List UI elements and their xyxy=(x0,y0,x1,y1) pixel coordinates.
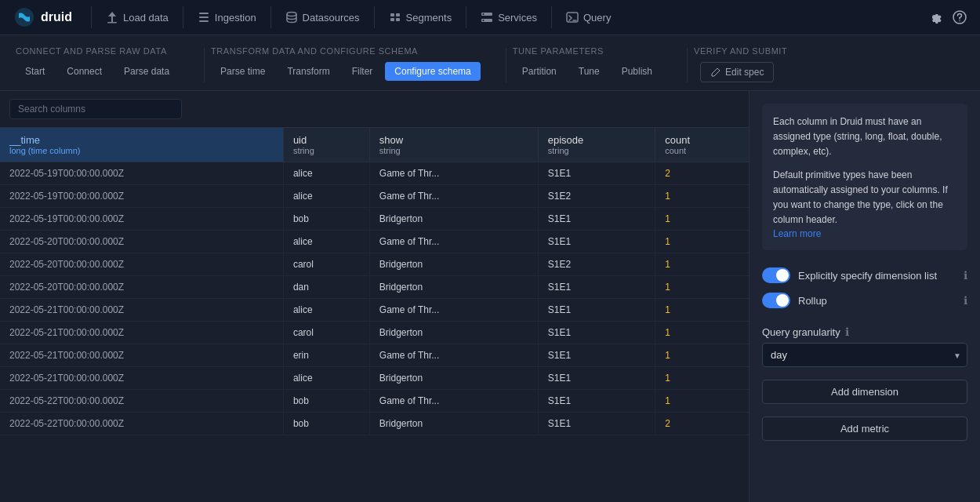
th-episode[interactable]: episode string xyxy=(538,128,655,162)
table-row: 2022-05-21T00:00:00.000ZcarolBridgertonS… xyxy=(0,322,749,344)
svg-rect-3 xyxy=(199,20,209,22)
table-cell: 2022-05-21T00:00:00.000Z xyxy=(0,299,283,322)
svg-rect-7 xyxy=(390,18,394,21)
table-cell: 1 xyxy=(655,390,749,413)
granularity-label: Query granularity xyxy=(762,326,840,338)
table-cell: S1E1 xyxy=(538,276,655,299)
granularity-select[interactable]: none second minute hour day week month q… xyxy=(762,343,967,367)
table-cell: 1 xyxy=(655,231,749,253)
help-icon xyxy=(953,10,967,24)
toggle-dimension-list[interactable] xyxy=(762,267,790,283)
table-row: 2022-05-22T00:00:00.000ZbobGame of Thr..… xyxy=(0,390,749,413)
wizard-step-parse-time[interactable]: Parse time xyxy=(211,62,274,81)
edit-icon xyxy=(710,67,720,78)
wizard-step-configure-schema[interactable]: Configure schema xyxy=(385,62,480,81)
table-cell: 2022-05-19T00:00:00.000Z xyxy=(0,208,283,231)
nav-label-segments: Segments xyxy=(406,12,452,24)
table-cell: Bridgerton xyxy=(369,367,538,390)
svg-rect-2 xyxy=(199,16,209,18)
segments-icon xyxy=(389,11,401,24)
table-cell: 2022-05-21T00:00:00.000Z xyxy=(0,322,283,344)
wizard-steps-group-2: Partition Tune Publish xyxy=(513,62,662,81)
wizard-step-edit-spec[interactable]: Edit spec xyxy=(700,62,774,82)
table-cell: 2 xyxy=(655,162,749,185)
table-cell: 2022-05-20T00:00:00.000Z xyxy=(0,253,283,276)
table-cell: Game of Thr... xyxy=(369,299,538,322)
table-cell: bob xyxy=(283,413,369,435)
table-cell: 1 xyxy=(655,185,749,208)
wizard-group-label-2: Tune parameters xyxy=(513,46,662,56)
wizard-sep-2 xyxy=(506,48,506,82)
toggle-row-rollup: Rollup ℹ xyxy=(762,288,967,313)
table-cell: 1 xyxy=(655,253,749,276)
settings-button[interactable] xyxy=(927,9,942,25)
th-uid[interactable]: uid string xyxy=(283,128,369,162)
table-cell: Bridgerton xyxy=(369,322,538,344)
info-icon-rollup[interactable]: ℹ xyxy=(964,294,967,307)
wizard-step-tune[interactable]: Tune xyxy=(569,62,609,81)
wizard-step-transform[interactable]: Transform xyxy=(278,62,339,81)
nav-divider-2 xyxy=(183,6,183,28)
services-icon xyxy=(481,11,493,24)
wizard-step-connect[interactable]: Connect xyxy=(57,62,111,81)
table-row: 2022-05-20T00:00:00.000ZdanBridgertonS1E… xyxy=(0,276,749,299)
wizard-group-transform: Transform data and configure schema Pars… xyxy=(211,46,481,81)
table-cell: S1E1 xyxy=(538,299,655,322)
ingestion-icon xyxy=(198,11,210,24)
wizard-steps-group-0: Start Connect Parse data xyxy=(16,62,179,81)
learn-more-link[interactable]: Learn more xyxy=(773,228,821,239)
columns-table: __time long (time column) uid string sho… xyxy=(0,128,749,435)
info-icon-granularity[interactable]: ℹ xyxy=(845,326,849,338)
nav-item-query[interactable]: Query xyxy=(555,0,622,35)
th-count[interactable]: count count xyxy=(655,128,749,162)
nav-item-load-data[interactable]: Load data xyxy=(95,0,180,35)
th-time[interactable]: __time long (time column) xyxy=(0,128,283,162)
wizard-group-tune: Tune parameters Partition Tune Publish xyxy=(513,46,662,81)
query-icon xyxy=(566,11,579,24)
info-icon-dimension-list[interactable]: ℹ xyxy=(964,269,967,282)
wizard-step-publish[interactable]: Publish xyxy=(612,62,662,81)
app-logo[interactable]: druid xyxy=(13,5,72,29)
wizard-group-label-3: Verify and submit xyxy=(694,46,787,56)
table-cell: 2022-05-21T00:00:00.000Z xyxy=(0,344,283,367)
toggles-section: Explicitly specify dimension list ℹ Roll… xyxy=(762,263,967,313)
table-cell: bob xyxy=(283,390,369,413)
table-cell: alice xyxy=(283,231,369,253)
table-cell: 2022-05-19T00:00:00.000Z xyxy=(0,162,283,185)
search-input[interactable] xyxy=(9,99,182,119)
main-content: __time long (time column) uid string sho… xyxy=(0,91,980,502)
svg-rect-0 xyxy=(107,22,117,24)
nav-right xyxy=(927,9,967,25)
svg-point-12 xyxy=(483,20,485,21)
navbar: druid Load data Ingestion Datasources xyxy=(0,0,980,35)
wizard-sep-1 xyxy=(204,48,205,82)
toggle-rollup[interactable] xyxy=(762,293,790,308)
help-button[interactable] xyxy=(952,9,967,25)
table-row: 2022-05-21T00:00:00.000ZaliceBridgertonS… xyxy=(0,367,749,390)
granularity-label-row: Query granularity ℹ xyxy=(762,326,967,338)
nav-item-services[interactable]: Services xyxy=(470,0,548,35)
nav-divider-3 xyxy=(270,6,271,28)
table-cell: 2 xyxy=(655,413,749,435)
th-show[interactable]: show string xyxy=(369,128,538,162)
table-cell: carol xyxy=(283,322,369,344)
svg-rect-6 xyxy=(396,13,400,16)
nav-item-datasources[interactable]: Datasources xyxy=(274,0,371,35)
table-cell: S1E2 xyxy=(538,253,655,276)
gear-icon xyxy=(927,10,942,24)
wizard-step-filter[interactable]: Filter xyxy=(343,62,383,81)
table-row: 2022-05-19T00:00:00.000ZaliceGame of Thr… xyxy=(0,162,749,185)
logo-text: druid xyxy=(41,10,72,24)
add-dimension-button[interactable]: Add dimension xyxy=(762,380,967,404)
svg-rect-1 xyxy=(199,13,209,14)
table-row: 2022-05-21T00:00:00.000ZerinGame of Thr.… xyxy=(0,344,749,367)
wizard-step-parse-data[interactable]: Parse data xyxy=(114,62,179,81)
table-cell: 1 xyxy=(655,344,749,367)
table-body: 2022-05-19T00:00:00.000ZaliceGame of Thr… xyxy=(0,162,749,435)
wizard-step-start[interactable]: Start xyxy=(16,62,54,81)
table-cell: S1E1 xyxy=(538,208,655,231)
wizard-step-partition[interactable]: Partition xyxy=(513,62,566,81)
nav-item-ingestion[interactable]: Ingestion xyxy=(187,0,267,35)
nav-item-segments[interactable]: Segments xyxy=(378,0,463,35)
add-metric-button[interactable]: Add metric xyxy=(762,417,967,441)
